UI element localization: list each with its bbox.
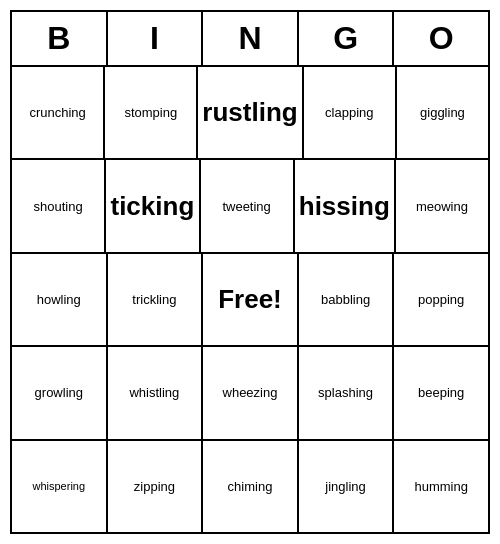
bingo-cell-1-1: ticking: [106, 160, 200, 251]
bingo-cell-1-2: tweeting: [201, 160, 295, 251]
bingo-cell-0-3: clapping: [304, 67, 397, 158]
bingo-cell-0-1: stomping: [105, 67, 198, 158]
bingo-cell-3-0: growling: [12, 347, 108, 438]
bingo-grid: crunchingstompingrustlingclappinggigglin…: [12, 67, 488, 532]
bingo-row-0: crunchingstompingrustlingclappinggigglin…: [12, 67, 488, 160]
header-letter-g: G: [299, 12, 395, 65]
header-letter-i: I: [108, 12, 204, 65]
bingo-cell-2-1: trickling: [108, 254, 204, 345]
bingo-cell-2-2: Free!: [203, 254, 299, 345]
bingo-card: BINGO crunchingstompingrustlingclappingg…: [10, 10, 490, 534]
bingo-cell-1-3: hissing: [295, 160, 396, 251]
bingo-header: BINGO: [12, 12, 488, 67]
bingo-cell-2-3: babbling: [299, 254, 395, 345]
bingo-cell-4-0: whispering: [12, 441, 108, 532]
header-letter-o: O: [394, 12, 488, 65]
bingo-cell-4-4: humming: [394, 441, 488, 532]
bingo-cell-1-0: shouting: [12, 160, 106, 251]
bingo-cell-0-4: giggling: [397, 67, 488, 158]
bingo-cell-3-1: whistling: [108, 347, 204, 438]
bingo-cell-0-2: rustling: [198, 67, 303, 158]
bingo-cell-1-4: meowing: [396, 160, 488, 251]
bingo-cell-0-0: crunching: [12, 67, 105, 158]
bingo-row-3: growlingwhistlingwheezingsplashingbeepin…: [12, 347, 488, 440]
bingo-cell-3-3: splashing: [299, 347, 395, 438]
bingo-cell-4-1: zipping: [108, 441, 204, 532]
bingo-row-4: whisperingzippingchimingjinglinghumming: [12, 441, 488, 532]
bingo-cell-4-2: chiming: [203, 441, 299, 532]
bingo-cell-2-0: howling: [12, 254, 108, 345]
bingo-cell-4-3: jingling: [299, 441, 395, 532]
bingo-row-1: shoutingtickingtweetinghissingmeowing: [12, 160, 488, 253]
header-letter-b: B: [12, 12, 108, 65]
bingo-cell-3-2: wheezing: [203, 347, 299, 438]
bingo-cell-2-4: popping: [394, 254, 488, 345]
header-letter-n: N: [203, 12, 299, 65]
bingo-row-2: howlingtricklingFree!babblingpopping: [12, 254, 488, 347]
bingo-cell-3-4: beeping: [394, 347, 488, 438]
